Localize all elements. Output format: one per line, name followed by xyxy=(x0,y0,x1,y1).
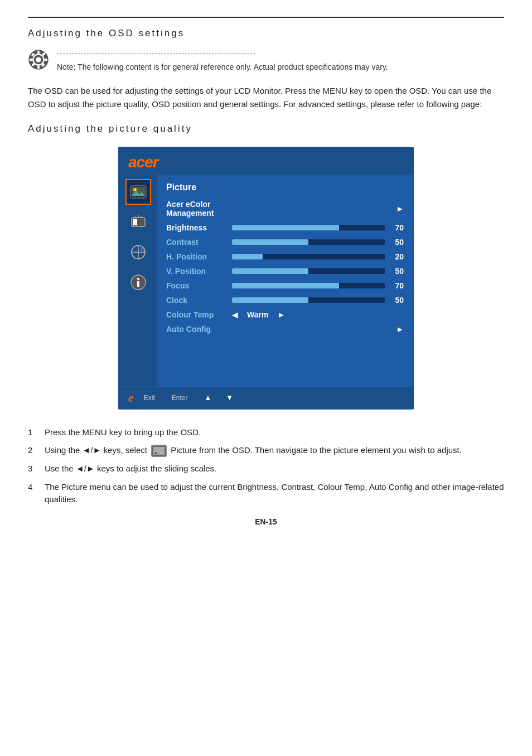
note-dashes: ----------------------------------------… xyxy=(57,48,388,59)
svg-rect-5 xyxy=(30,59,33,61)
svg-rect-4 xyxy=(37,65,40,69)
osd-label-autoconfig: Auto Config xyxy=(166,325,228,334)
instruction-num-1: 1 xyxy=(28,426,39,439)
osd-row-clock: Clock 50 xyxy=(166,293,404,307)
instruction-text-1: Press the MENU key to bring up the OSD. xyxy=(45,426,504,439)
svg-text:C: C xyxy=(141,247,144,252)
osd-slider-fill-brightness xyxy=(232,225,339,230)
osd-slider-fill-vposition xyxy=(232,268,308,274)
osd-sidebar-brightness-icon[interactable] xyxy=(125,209,151,235)
osd-menu-content: Picture Acer eColor Management ► Brightn… xyxy=(157,175,413,387)
osd-warm-text: Warm xyxy=(247,310,268,319)
svg-rect-26 xyxy=(137,281,139,287)
osd-footer-exit-label: Exit xyxy=(144,394,155,402)
instruction-num-3: 3 xyxy=(28,463,39,475)
osd-body: C Picture Acer eColor Management ► xyxy=(119,175,413,387)
osd-menu: acer xyxy=(118,147,414,410)
osd-row-focus: Focus 70 xyxy=(166,278,404,293)
osd-footer-up-arrow: ▲ xyxy=(204,393,211,402)
osd-row-colourtemp: Colour Temp ◀ Warm ► xyxy=(166,307,404,322)
instruction-2: 2 Using the ◄/► keys, select ▬ Picture f… xyxy=(28,444,504,457)
osd-label-focus: Focus xyxy=(166,281,228,290)
osd-row-hposition: H. Position 20 xyxy=(166,249,404,264)
osd-slider-fill-focus xyxy=(232,283,339,288)
osd-sidebar-picture-icon[interactable] xyxy=(125,179,151,205)
instruction-text-3: Use the ◄/► keys to adjust the sliding s… xyxy=(45,463,504,475)
svg-rect-6 xyxy=(44,59,47,61)
instruction-num-4: 4 xyxy=(28,481,39,494)
note-box: ----------------------------------------… xyxy=(28,48,504,73)
osd-arrow-left-colourtemp: ◀ xyxy=(232,310,238,319)
osd-row-autoconfig: Auto Config ► xyxy=(166,322,404,336)
osd-sidebar-geometry-icon[interactable]: C xyxy=(125,239,151,265)
osd-value-contrast: 50 xyxy=(389,238,404,247)
osd-sidebar: C xyxy=(119,175,157,387)
instruction-3: 3 Use the ◄/► keys to adjust the sliding… xyxy=(28,463,504,475)
osd-slider-contrast xyxy=(232,239,385,245)
osd-arrow-ecolor: ► xyxy=(396,204,404,213)
note-text: Note: The following content is for gener… xyxy=(57,62,388,71)
instruction-4: 4 The Picture menu can be used to adjust… xyxy=(28,481,504,506)
osd-slider-fill-hposition xyxy=(232,254,263,259)
osd-footer-enter-label: Enter xyxy=(172,394,188,402)
osd-label-brightness: Brightness xyxy=(166,223,228,232)
note-content: ----------------------------------------… xyxy=(57,48,388,73)
svg-rect-3 xyxy=(37,51,40,54)
osd-menu-picture-title: Picture xyxy=(166,180,404,195)
osd-slider-focus xyxy=(232,283,385,288)
osd-label-hposition: H. Position xyxy=(166,252,228,261)
osd-value-vposition: 50 xyxy=(389,267,404,276)
osd-header: acer xyxy=(119,148,413,175)
instruction-1: 1 Press the MENU key to bring up the OSD… xyxy=(28,426,504,439)
svg-point-25 xyxy=(137,278,139,280)
osd-sidebar-info-icon[interactable] xyxy=(125,269,151,295)
osd-slider-brightness xyxy=(232,225,385,230)
osd-value-clock: 50 xyxy=(389,296,404,305)
osd-footer: e Exit Enter ▲ ▼ xyxy=(119,387,413,408)
osd-row-contrast: Contrast 50 xyxy=(166,235,404,249)
osd-value-hposition: 20 xyxy=(389,252,404,261)
svg-point-2 xyxy=(36,57,41,62)
instruction-text-4: The Picture menu can be used to adjust t… xyxy=(45,481,504,506)
osd-label-clock: Clock xyxy=(166,296,228,305)
osd-arrow-autoconfig: ► xyxy=(396,325,404,334)
instructions-list: 1 Press the MENU key to bring up the OSD… xyxy=(28,426,504,506)
instruction-num-2: 2 xyxy=(28,444,39,457)
osd-row-vposition: V. Position 50 xyxy=(166,264,404,278)
osd-value-focus: 70 xyxy=(389,281,404,290)
acer-logo: acer xyxy=(128,153,158,171)
note-icon xyxy=(28,49,49,70)
osd-footer-e-icon: e xyxy=(128,391,134,405)
osd-slider-vposition xyxy=(232,268,385,274)
page-number: EN-15 xyxy=(28,517,504,526)
svg-rect-16 xyxy=(133,219,137,225)
osd-row-ecolor: Acer eColor Management ► xyxy=(166,197,404,220)
osd-arrow-right-colourtemp: ► xyxy=(277,310,285,319)
body-text: The OSD can be used for adjusting the se… xyxy=(28,84,504,111)
osd-value-brightness: 70 xyxy=(389,223,404,232)
osd-row-brightness: Brightness 70 xyxy=(166,220,404,235)
osd-footer-down-arrow: ▼ xyxy=(226,393,233,402)
osd-label-ecolor: Acer eColor Management xyxy=(166,200,228,218)
section1-title: Adjusting the OSD settings xyxy=(28,28,504,39)
osd-label-contrast: Contrast xyxy=(166,238,228,247)
osd-slider-fill-clock xyxy=(232,297,308,303)
instruction-text-2: Using the ◄/► keys, select ▬ Picture fro… xyxy=(45,444,504,457)
section2-title: Adjusting the picture quality xyxy=(28,123,504,134)
osd-slider-fill-contrast xyxy=(232,239,308,245)
osd-slider-hposition xyxy=(232,254,385,259)
top-divider xyxy=(28,17,504,18)
osd-label-colourtemp: Colour Temp xyxy=(166,310,228,319)
osd-label-vposition: V. Position xyxy=(166,267,228,276)
osd-slider-clock xyxy=(232,297,385,303)
